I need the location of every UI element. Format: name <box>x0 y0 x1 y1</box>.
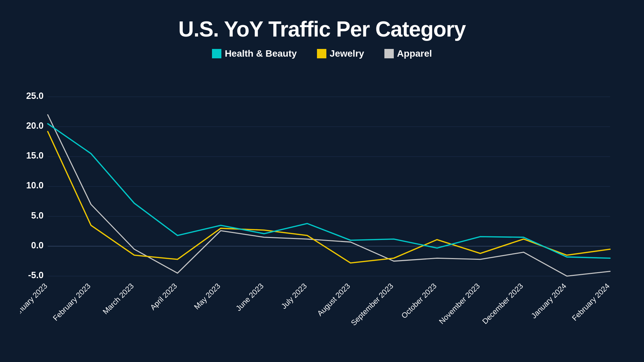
svg-text:March 2023: March 2023 <box>101 282 136 316</box>
svg-text:-5.0: -5.0 <box>28 270 44 280</box>
legend-swatch-jewelry <box>317 49 326 58</box>
legend-swatch-apparel <box>384 49 394 58</box>
chart-title: U.S. YoY Traffic Per Category <box>178 17 466 42</box>
svg-text:June 2023: June 2023 <box>234 282 265 312</box>
legend-swatch-health <box>212 49 221 58</box>
svg-text:0.0: 0.0 <box>31 240 44 250</box>
svg-text:February 2023: February 2023 <box>51 282 92 322</box>
svg-text:5.0: 5.0 <box>31 210 44 221</box>
legend-label-apparel: Apparel <box>397 48 432 59</box>
svg-text:November 2023: November 2023 <box>437 282 481 325</box>
svg-text:20.0: 20.0 <box>26 121 44 131</box>
legend: Health & Beauty Jewelry Apparel <box>212 48 432 59</box>
svg-text:25.0: 25.0 <box>26 91 44 101</box>
legend-item-jewelry: Jewelry <box>317 48 364 59</box>
svg-text:15.0: 15.0 <box>26 150 44 161</box>
legend-label-health: Health & Beauty <box>225 48 297 59</box>
svg-text:10.0: 10.0 <box>26 180 44 190</box>
svg-text:January 2023: January 2023 <box>20 282 49 320</box>
svg-text:January 2024: January 2024 <box>530 282 568 320</box>
svg-text:July 2023: July 2023 <box>280 282 309 310</box>
legend-item-apparel: Apparel <box>384 48 432 59</box>
legend-label-jewelry: Jewelry <box>330 48 364 59</box>
svg-text:May 2023: May 2023 <box>193 282 222 311</box>
legend-item-health: Health & Beauty <box>212 48 297 59</box>
main-chart: -5.00.05.010.015.020.025.0January 2023Fe… <box>20 69 624 345</box>
svg-text:October 2023: October 2023 <box>400 282 438 320</box>
svg-text:August 2023: August 2023 <box>316 282 352 317</box>
svg-text:April 2023: April 2023 <box>149 282 179 312</box>
svg-text:February 2024: February 2024 <box>571 282 611 322</box>
svg-text:September 2023: September 2023 <box>350 282 395 327</box>
chart-area: -5.00.05.010.015.020.025.0January 2023Fe… <box>20 69 624 345</box>
chart-container: U.S. YoY Traffic Per Category Health & B… <box>20 17 624 345</box>
svg-text:December 2023: December 2023 <box>481 282 525 325</box>
